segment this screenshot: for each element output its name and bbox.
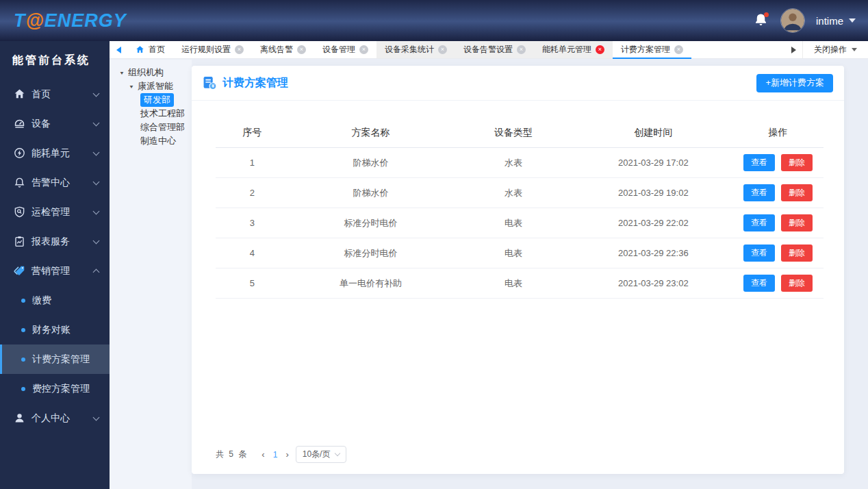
view-button[interactable]: 查看: [743, 154, 775, 171]
sidebar-subitem-fee-control-plan[interactable]: 费控方案管理: [0, 374, 110, 403]
tab-device-alarm-settings[interactable]: 设备告警设置 ×: [455, 41, 534, 58]
table-row: 3 标准分时电价 电表 2021-03-29 22:02 查看 删除: [216, 208, 824, 238]
cell-created-at: 2021-03-29 22:02: [574, 208, 732, 238]
close-icon[interactable]: ×: [235, 45, 244, 54]
sidebar-subitem-payment[interactable]: 缴费: [0, 286, 110, 315]
cell-device-type: 电表: [452, 268, 574, 299]
user-icon: [14, 412, 25, 424]
cell-device-type: 水表: [452, 148, 574, 178]
pagination-total: 共 5 条: [216, 449, 248, 460]
cell-index: 3: [216, 208, 289, 238]
tab-device-management[interactable]: 设备管理 ×: [314, 41, 376, 58]
sidebar-item-devices[interactable]: 设备: [0, 109, 110, 138]
notification-bell-icon[interactable]: [753, 12, 769, 29]
close-icon[interactable]: ×: [438, 45, 447, 54]
pagination-prev-button[interactable]: ‹: [260, 449, 266, 460]
close-icon[interactable]: ×: [359, 45, 368, 54]
close-icon[interactable]: ×: [674, 45, 683, 54]
sidebar-item-label: 首页: [31, 88, 51, 101]
logo-text: ENERGY: [44, 10, 127, 32]
sidebar-subitem-finance-reconciliation[interactable]: 财务对账: [0, 315, 110, 344]
delete-button[interactable]: 删除: [781, 154, 813, 171]
page-size-value: 10条/页: [303, 449, 331, 460]
sidebar-subitem-billing-plan[interactable]: 计费方案管理: [0, 344, 110, 374]
tab-energy-unit-management[interactable]: 能耗单元管理 ×: [534, 41, 613, 58]
delete-button[interactable]: 删除: [781, 184, 813, 201]
tab-device-collection-stats[interactable]: 设备采集统计 ×: [376, 41, 455, 58]
sidebar-item-marketing[interactable]: 营销管理: [0, 256, 110, 286]
close-icon[interactable]: ×: [297, 45, 306, 54]
cell-plan-name: 阶梯水价: [289, 148, 453, 178]
cell-device-type: 水表: [452, 178, 574, 208]
sidebar-item-label: 报表服务: [31, 236, 70, 248]
view-button[interactable]: 查看: [743, 184, 775, 201]
sidebar-item-energy-units[interactable]: 能耗单元: [0, 138, 110, 168]
bullet-dot-icon: [21, 299, 25, 303]
add-billing-plan-button[interactable]: +新增计费方案: [756, 74, 833, 92]
cell-plan-name: 阶梯水价: [289, 178, 453, 208]
tab-offline-alarm[interactable]: 离线告警 ×: [252, 41, 314, 58]
tree-node-dept[interactable]: 制造中心: [110, 134, 192, 148]
pagination-next-button[interactable]: ›: [284, 449, 290, 460]
close-icon[interactable]: ×: [517, 45, 526, 54]
sidebar-item-alarm-center[interactable]: 告警中心: [0, 168, 110, 197]
device-icon: [14, 118, 25, 129]
chevron-down-icon: [93, 149, 100, 155]
page-size-select[interactable]: 10条/页: [296, 446, 347, 463]
chevron-down-icon: [93, 178, 100, 185]
tab-home[interactable]: 首页: [127, 41, 173, 58]
tree-node-label: 制造中心: [140, 135, 176, 147]
tree-expand-icon[interactable]: ▼: [129, 84, 134, 89]
sidebar-subitem-label: 缴费: [32, 294, 51, 307]
cell-device-type: 电表: [452, 238, 574, 268]
sidebar-item-label: 设备: [31, 118, 51, 130]
sidebar-subitem-label: 计费方案管理: [32, 353, 90, 366]
tree-node-root[interactable]: ▼ 组织机构: [110, 66, 192, 79]
tabbar: 首页 运行规则设置 × 离线告警 × 设备管理 × 设备采集统计 × 设备告警设…: [110, 41, 868, 59]
tree-expand-icon[interactable]: ▼: [119, 70, 125, 75]
tree-node-dept-selected[interactable]: 研发部: [110, 93, 192, 107]
page-title: 计费方案管理: [222, 76, 288, 90]
tab-billing-plan-management[interactable]: 计费方案管理 ×: [613, 41, 691, 58]
inspection-icon: [14, 206, 25, 218]
bullet-dot-icon: [21, 387, 25, 391]
cell-created-at: 2021-03-29 22:36: [574, 238, 732, 268]
avatar[interactable]: [780, 8, 805, 33]
alarm-icon: [14, 177, 25, 188]
delete-button[interactable]: 删除: [781, 275, 813, 292]
table-row: 4 标准分时电价 电表 2021-03-29 22:36 查看 删除: [216, 238, 824, 268]
sidebar-item-reports[interactable]: 报表服务: [0, 227, 110, 256]
sidebar-subitem-label: 财务对账: [32, 324, 71, 336]
cell-index: 4: [216, 238, 289, 268]
view-button[interactable]: 查看: [743, 275, 775, 292]
table-row: 1 阶梯水价 水表 2021-03-29 17:02 查看 删除: [216, 148, 824, 178]
view-button[interactable]: 查看: [743, 244, 775, 262]
tree-node-dept[interactable]: 综合管理部: [110, 121, 192, 134]
bullet-dot-icon: [21, 328, 25, 332]
column-header: 设备类型: [452, 121, 574, 148]
delete-button[interactable]: 删除: [781, 214, 813, 231]
tabs-scroll-left-button[interactable]: [110, 41, 127, 58]
logo-text: T: [14, 10, 26, 32]
tab-run-rules[interactable]: 运行规则设置 ×: [173, 41, 252, 58]
close-operations-dropdown[interactable]: 关闭操作: [802, 41, 868, 58]
marketing-icon: [14, 265, 25, 277]
sidebar-item-label: 告警中心: [31, 177, 70, 189]
home-icon: [14, 88, 25, 100]
tree-node-dept[interactable]: 技术工程部: [110, 107, 192, 121]
report-icon: [14, 236, 25, 247]
view-button[interactable]: 查看: [743, 214, 775, 231]
close-icon[interactable]: ×: [596, 45, 604, 54]
tab-label: 能耗单元管理: [542, 44, 591, 55]
delete-button[interactable]: 删除: [781, 244, 813, 262]
sidebar-item-inspection[interactable]: 运检管理: [0, 197, 110, 227]
sidebar-item-personal-center[interactable]: 个人中心: [0, 403, 110, 433]
sidebar-item-home[interactable]: 首页: [0, 79, 110, 109]
tabs-scroll-right-button[interactable]: [784, 41, 802, 58]
pagination-page-1[interactable]: 1: [272, 450, 279, 460]
tree-node-company[interactable]: ▼ 康派智能: [110, 79, 192, 93]
cell-plan-name: 单一电价有补助: [289, 268, 453, 299]
tab-label: 计费方案管理: [621, 44, 670, 55]
cell-device-type: 电表: [452, 208, 574, 238]
user-menu[interactable]: intime: [816, 15, 856, 27]
